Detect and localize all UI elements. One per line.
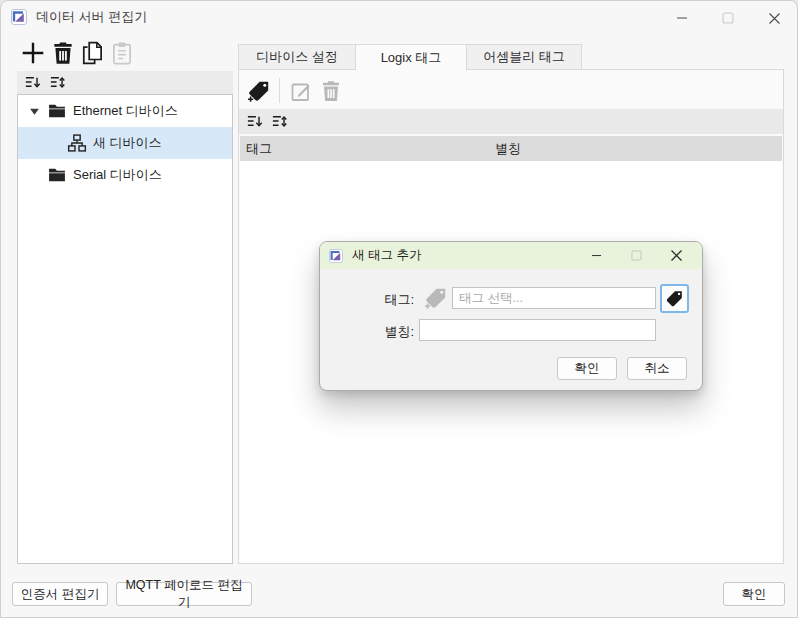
maximize-button[interactable] (705, 1, 751, 35)
certificate-editor-button[interactable]: 인증서 편집기 (12, 582, 108, 606)
paste-device-button[interactable] (109, 40, 135, 66)
device-tree: Ethernet 디바이스 새 디바이스 Serial 디바이스 (17, 94, 233, 564)
network-device-icon (67, 133, 87, 153)
tag-field-label: 태그: (320, 291, 414, 309)
tree-item-serial-devices[interactable]: Serial 디바이스 (18, 159, 232, 191)
close-icon (670, 249, 683, 262)
tab-bar: 디바이스 설정 Logix 태그 어셈블리 태그 (238, 44, 582, 71)
add-tag-button[interactable] (247, 79, 271, 103)
minimize-button[interactable] (659, 1, 705, 35)
tag-tree-toolbar (239, 109, 783, 134)
copy-device-button[interactable] (80, 40, 106, 66)
caret-down-icon[interactable] (29, 106, 40, 117)
app-logo-icon (329, 249, 343, 263)
alias-field-label: 별칭: (320, 323, 414, 341)
app-window: 데이터 서버 편집기 (0, 0, 798, 618)
column-header-alias[interactable]: 별칭 (495, 140, 782, 158)
minimize-icon (676, 12, 688, 24)
collapse-all-icon[interactable] (271, 113, 288, 130)
footer-ok-button[interactable]: 확인 (723, 582, 785, 606)
tree-item-ethernet-devices[interactable]: Ethernet 디바이스 (18, 95, 232, 127)
tab-device-settings[interactable]: 디바이스 설정 (238, 44, 356, 70)
minimize-icon (591, 250, 602, 261)
dialog-maximize-button[interactable] (616, 242, 656, 269)
dialog-ok-button[interactable]: 확인 (557, 357, 617, 380)
tab-assembly-tags[interactable]: 어셈블리 태그 (467, 44, 582, 70)
dialog-minimize-button[interactable] (576, 242, 616, 269)
sidebar-tree-toolbar (17, 71, 233, 94)
delete-device-button[interactable] (50, 40, 76, 66)
tab-label: Logix 태그 (381, 49, 442, 67)
tag-select-input[interactable] (452, 287, 656, 309)
close-button[interactable] (751, 1, 797, 35)
alias-input[interactable] (419, 319, 656, 341)
tag-icon (665, 289, 684, 308)
dialog-title: 새 태그 추가 (352, 247, 421, 264)
close-icon (768, 12, 781, 25)
dialog-window-controls (576, 242, 696, 269)
dialog-cancel-button[interactable]: 취소 (627, 357, 687, 380)
collapse-all-icon[interactable] (49, 74, 66, 91)
app-logo-icon (11, 9, 27, 25)
tag-table-header: 태그 별칭 (240, 136, 782, 161)
toolbar-separator (279, 78, 280, 103)
add-device-button[interactable] (20, 40, 46, 66)
mqtt-payload-editor-button[interactable]: MQTT 페이로드 편집기 (116, 582, 252, 606)
tag-picker-button[interactable] (660, 284, 689, 313)
maximize-icon (631, 250, 642, 261)
folder-icon (47, 101, 67, 121)
edit-tag-button[interactable] (289, 79, 313, 103)
tree-item-label: Serial 디바이스 (73, 166, 162, 184)
window-controls (659, 1, 797, 35)
tree-item-label: Ethernet 디바이스 (73, 102, 178, 120)
tab-logix-tags[interactable]: Logix 태그 (356, 44, 467, 71)
column-header-tag[interactable]: 태그 (240, 140, 495, 158)
tree-item-new-device[interactable]: 새 디바이스 (18, 127, 232, 159)
maximize-icon (722, 12, 734, 24)
tab-label: 디바이스 설정 (256, 48, 338, 66)
folder-icon (47, 165, 67, 185)
tree-item-label: 새 디바이스 (93, 134, 162, 152)
expand-all-icon[interactable] (24, 74, 41, 91)
expand-all-icon[interactable] (246, 113, 263, 130)
dialog-close-button[interactable] (656, 242, 696, 269)
window-title: 데이터 서버 편집기 (36, 8, 147, 26)
tab-label: 어셈블리 태그 (483, 48, 565, 66)
tag-add-gray-icon (424, 286, 448, 310)
delete-tag-button[interactable] (319, 79, 343, 103)
add-tag-dialog: 새 태그 추가 태그: 별칭: 확인 (319, 241, 703, 391)
